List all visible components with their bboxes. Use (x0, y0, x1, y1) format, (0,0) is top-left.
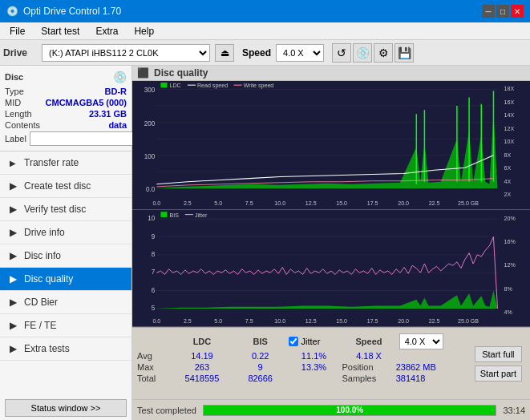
minimize-button[interactable]: ─ (482, 5, 495, 18)
nav-disc-info[interactable]: ▶ Disc info (0, 244, 131, 268)
quality-header: ⬛ Disc quality (132, 66, 530, 81)
status-text: Test completed (137, 406, 196, 415)
jitter-checkbox-label: Jitter (289, 337, 338, 346)
length-label: Length (5, 109, 32, 119)
nav-transfer-rate[interactable]: ▶ Transfer rate (0, 151, 131, 175)
svg-text:10.0: 10.0 (274, 200, 285, 207)
maximize-button[interactable]: □ (496, 5, 509, 18)
svg-text:LDC: LDC (170, 83, 181, 89)
svg-text:8X: 8X (504, 152, 512, 159)
nav-cd-bier-label: CD Bier (24, 297, 58, 308)
nav-extra-tests[interactable]: ▶ Extra tests (0, 337, 131, 361)
svg-text:12.5: 12.5 (305, 317, 317, 324)
drive-bar: Drive (K:) ATAPI iHBS112 2 CL0K ⏏ Speed … (0, 40, 530, 66)
sidebar: Disc 💿 Type BD-R MID CMCMAGBA5 (000) Len… (0, 66, 132, 420)
avg-ldc: 14.19 (169, 350, 235, 361)
nav-fe-te[interactable]: ▶ FE / TE (0, 314, 131, 337)
svg-text:12%: 12% (504, 261, 516, 269)
svg-text:Read speed: Read speed (197, 83, 228, 89)
svg-text:7.5: 7.5 (245, 317, 253, 324)
chart-bis: 10 9 8 7 6 5 20% 16% 12% 8% 4% (132, 210, 530, 327)
disc-button[interactable]: 💿 (353, 43, 372, 63)
disc-image-icon: 💿 (113, 71, 127, 83)
svg-rect-38 (160, 83, 167, 87)
svg-text:16%: 16% (504, 238, 516, 245)
label-label: Label (5, 134, 26, 143)
stats-bar: LDC BIS Jitter Speed 4.0 X (132, 327, 530, 399)
nav-verify-test-disc[interactable]: ▶ Verify test disc (0, 198, 131, 221)
svg-text:5: 5 (152, 304, 156, 312)
menu-extra[interactable]: Extra (89, 24, 124, 38)
svg-text:15.0: 15.0 (336, 317, 347, 324)
menu-start-test[interactable]: Start test (34, 24, 86, 38)
settings-button[interactable]: ⚙ (374, 43, 393, 63)
eject-button[interactable]: ⏏ (215, 44, 234, 62)
total-ldc: 5418595 (169, 373, 235, 384)
charts-area: 300 200 100 0.0 18X 16X 14X 12X 10X 8X 6… (132, 81, 530, 327)
svg-text:0.0: 0.0 (146, 186, 156, 193)
nav-cd-bier[interactable]: ▶ CD Bier (0, 291, 131, 314)
svg-text:7: 7 (152, 268, 156, 276)
nav-disc-quality-icon: ▶ (6, 273, 19, 285)
nav-arrow-icon: ▶ (6, 156, 19, 169)
menu-file[interactable]: File (3, 24, 31, 38)
progress-bar: 100.0% (203, 405, 496, 416)
drive-select[interactable]: (K:) ATAPI iHBS112 2 CL0K (42, 44, 210, 62)
total-bis: 82666 (235, 373, 286, 384)
speed-select[interactable]: 4.0 X (276, 44, 324, 62)
samples-label: Samples (342, 373, 395, 384)
nav-fe-te-label: FE / TE (24, 320, 56, 331)
svg-text:25.0 GB: 25.0 GB (458, 317, 479, 324)
svg-text:20.0: 20.0 (398, 317, 409, 324)
svg-text:4%: 4% (504, 308, 513, 315)
nav-drive-info[interactable]: ▶ Drive info (0, 221, 131, 244)
svg-text:17.5: 17.5 (367, 317, 378, 324)
speed-select-stats[interactable]: 4.0 X (399, 333, 443, 349)
close-button[interactable]: ✕ (511, 5, 524, 18)
svg-text:8: 8 (152, 249, 156, 257)
nav-cd-bier-icon: ▶ (6, 296, 19, 309)
nav-disc-quality[interactable]: ▶ Disc quality (0, 268, 131, 291)
main-layout: Disc 💿 Type BD-R MID CMCMAGBA5 (000) Len… (0, 66, 530, 420)
drive-label: Drive (3, 47, 37, 59)
svg-text:0.0: 0.0 (152, 200, 160, 207)
status-window-button[interactable]: Status window >> (5, 399, 127, 417)
svg-text:9: 9 (152, 232, 156, 240)
samples-val: 381418 (396, 373, 471, 384)
progress-fill: 100.0% (204, 406, 496, 415)
svg-text:5.0: 5.0 (214, 200, 222, 207)
svg-text:16X: 16X (504, 99, 515, 106)
type-label: Type (5, 87, 24, 96)
jitter-label: Jitter (301, 337, 320, 346)
start-part-button[interactable]: Start part (475, 365, 522, 382)
nav-verify-icon: ▶ (6, 203, 19, 216)
bottom-bar: Test completed 100.0% 33:14 (132, 399, 530, 420)
nav-items: ▶ Transfer rate ▶ Create test disc ▶ Ver… (0, 151, 131, 396)
nav-fe-te-icon: ▶ (6, 319, 19, 332)
refresh-button[interactable]: ↺ (332, 43, 351, 63)
status-window-label: Status window >> (31, 403, 101, 413)
max-bis: 9 (235, 361, 286, 373)
nav-disc-info-icon: ▶ (6, 249, 19, 262)
svg-text:12.5: 12.5 (305, 200, 317, 207)
nav-create-test-disc[interactable]: ▶ Create test disc (0, 175, 131, 198)
disc-panel-title: Disc (5, 72, 23, 82)
svg-text:7.5: 7.5 (245, 200, 253, 207)
contents-value: data (108, 120, 127, 130)
svg-text:22.5: 22.5 (429, 200, 440, 207)
avg-speed: 4.18 X (342, 350, 395, 361)
avg-jitter: 11.1% (285, 350, 342, 361)
menu-help[interactable]: Help (127, 24, 160, 38)
col-ldc: LDC (169, 333, 235, 350)
avg-bis: 0.22 (235, 350, 286, 361)
start-full-button[interactable]: Start full (475, 346, 522, 362)
svg-text:300: 300 (144, 87, 156, 94)
save-button[interactable]: 💾 (394, 43, 414, 63)
max-label: Max (137, 361, 169, 373)
toolbar-icons: ↺ 💿 ⚙ 💾 (332, 43, 414, 63)
jitter-checkbox[interactable] (289, 337, 298, 346)
progress-text: 100.0% (336, 406, 363, 414)
label-input[interactable] (30, 131, 136, 146)
contents-label: Contents (5, 120, 40, 130)
svg-text:8%: 8% (504, 285, 513, 292)
